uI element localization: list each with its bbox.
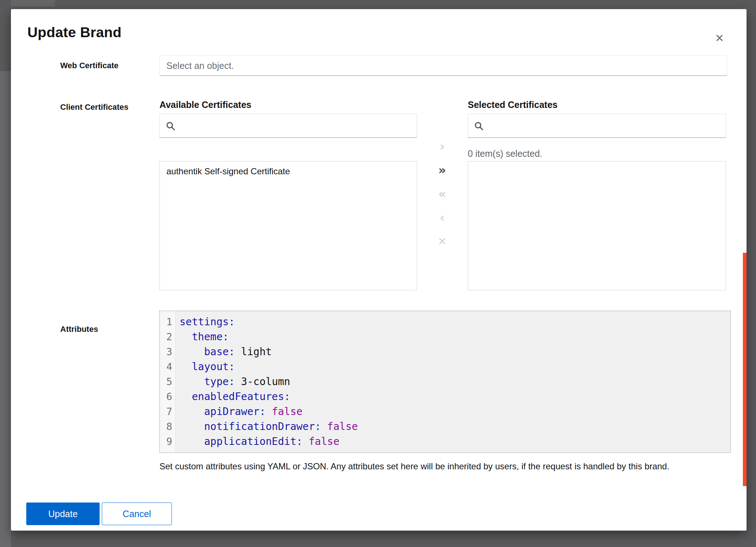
attributes-code-editor[interactable]: 123456789 settings: theme: base: light l… <box>159 311 731 453</box>
line-number: 4 <box>160 359 176 374</box>
available-search-input[interactable] <box>180 114 411 137</box>
line-number: 6 <box>160 389 176 404</box>
attributes-help-text: Set custom attributes using YAML or JSON… <box>159 461 718 472</box>
line-number: 3 <box>160 344 176 359</box>
line-number: 7 <box>160 404 176 419</box>
code-line[interactable]: theme: <box>180 329 730 344</box>
line-number: 1 <box>160 314 176 329</box>
code-line[interactable]: apiDrawer: false <box>180 404 730 419</box>
code-line[interactable]: notificationDrawer: false <box>180 419 730 434</box>
selected-certificates-search[interactable] <box>468 114 726 138</box>
close-icon[interactable]: ✕ <box>711 30 728 47</box>
list-item[interactable]: authentik Self-signed Certificate <box>160 162 417 181</box>
page-title: Update Brand <box>27 24 122 40</box>
background-topbar-band <box>11 0 55 7</box>
web-certificate-label: Web Certificate <box>60 61 119 70</box>
cancel-button[interactable]: Cancel <box>102 503 172 525</box>
code-line[interactable]: base: light <box>180 344 730 359</box>
code-line[interactable]: type: 3-column <box>180 374 730 389</box>
code-line[interactable]: layout: <box>180 359 730 374</box>
code-line[interactable]: enabledFeatures: <box>180 389 730 404</box>
background-sidebar-band <box>0 71 11 547</box>
search-icon <box>166 121 176 131</box>
search-icon <box>474 121 484 131</box>
web-certificate-select[interactable] <box>159 55 727 76</box>
available-certificates-search[interactable] <box>159 114 417 138</box>
attributes-label: Attributes <box>60 325 98 334</box>
line-number: 5 <box>160 374 176 389</box>
update-button[interactable]: Update <box>26 503 100 525</box>
attributes-code-lines[interactable]: settings: theme: base: light layout: typ… <box>176 311 730 453</box>
add-selected-icon[interactable]: › <box>433 139 451 155</box>
remove-selected-icon[interactable]: ‹ <box>433 210 451 226</box>
client-certificates-label: Client Certificates <box>60 102 128 112</box>
available-certificates-list[interactable]: authentik Self-signed Certificate <box>159 161 417 290</box>
selected-certificates-list[interactable] <box>468 161 726 290</box>
attributes-code-gutter: 123456789 <box>160 311 176 453</box>
clear-selection-icon[interactable]: ✕ <box>433 233 451 249</box>
selected-search-input[interactable] <box>488 114 720 137</box>
update-brand-modal: Update Brand ✕ Web Certificate Client Ce… <box>11 9 747 531</box>
code-line[interactable]: applicationEdit: false <box>180 434 730 449</box>
code-line[interactable]: settings: <box>180 314 730 329</box>
dual-list-controls: › » « ‹ ✕ <box>433 139 451 249</box>
line-number: 2 <box>160 329 176 344</box>
available-certificates-heading: Available Certificates <box>159 100 251 110</box>
add-all-icon[interactable]: » <box>433 162 451 178</box>
remove-all-icon[interactable]: « <box>433 186 451 202</box>
modal-scrollbar-thumb[interactable] <box>743 253 747 486</box>
selected-count-status: 0 item(s) selected. <box>468 148 542 159</box>
line-number: 8 <box>160 419 176 434</box>
line-number: 9 <box>160 434 176 449</box>
selected-certificates-heading: Selected Certificates <box>468 100 558 110</box>
